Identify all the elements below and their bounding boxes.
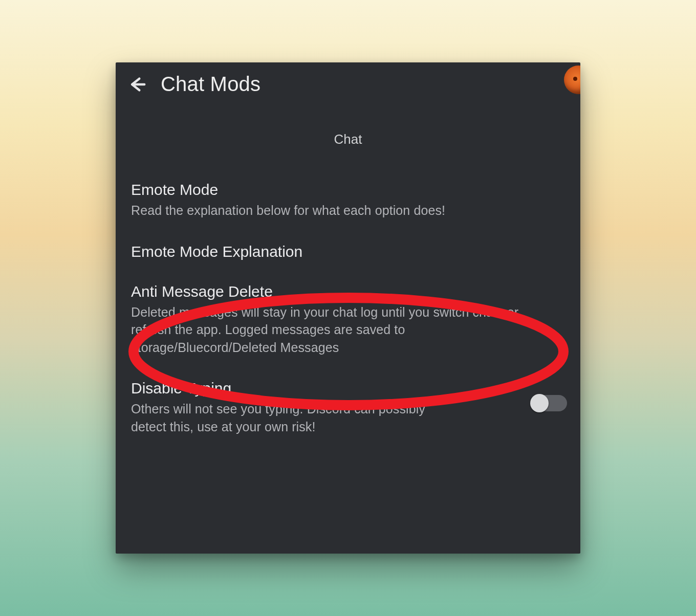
setting-title: Emote Mode — [131, 181, 567, 199]
disable-typing-toggle[interactable] — [531, 395, 567, 411]
setting-desc: Others will not see you typing. Discord … — [131, 400, 448, 435]
section-heading-chat: Chat — [116, 131, 580, 147]
setting-title: Emote Mode Explanation — [131, 243, 567, 260]
setting-emote-mode-explanation[interactable]: Emote Mode Explanation — [131, 234, 567, 274]
settings-screen: Chat Mods Chat Emote Mode Read the expla… — [116, 62, 580, 554]
setting-anti-message-delete[interactable]: Anti Message Delete Deleted messages wil… — [131, 274, 567, 371]
setting-title: Anti Message Delete — [131, 283, 567, 300]
back-arrow-icon[interactable] — [127, 74, 147, 95]
setting-title: Disable Typing — [131, 380, 519, 397]
setting-emote-mode[interactable]: Emote Mode Read the explanation below fo… — [131, 172, 567, 234]
setting-desc: Read the explanation below for what each… — [131, 202, 551, 219]
toggle-knob-icon — [530, 394, 549, 412]
setting-disable-typing[interactable]: Disable Typing Others will not see you t… — [131, 370, 567, 450]
header-bar: Chat Mods — [116, 62, 580, 101]
avatar[interactable] — [564, 65, 580, 94]
settings-list: Emote Mode Read the explanation below fo… — [116, 172, 580, 450]
page-title: Chat Mods — [161, 73, 260, 96]
setting-desc: Deleted messages will stay in your chat … — [131, 303, 551, 357]
